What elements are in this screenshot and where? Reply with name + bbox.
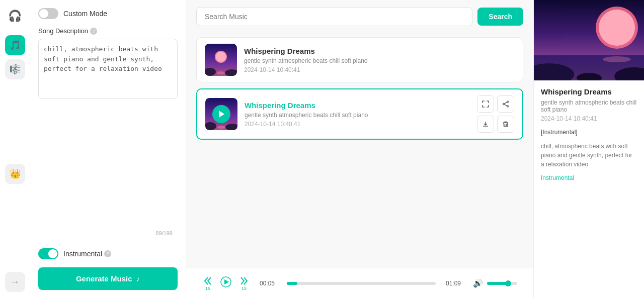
music-note-icon: ♪ — [136, 274, 140, 283]
song-description-help-icon[interactable]: ? — [90, 28, 97, 35]
track2-actions — [477, 95, 514, 133]
sidebar-item-radio[interactable]: 🎼 — [5, 59, 25, 79]
volume-knob — [505, 280, 511, 286]
search-button[interactable]: Search — [477, 8, 523, 26]
search-input[interactable] — [196, 7, 472, 26]
track2-title: Whispering Dreams — [245, 101, 470, 110]
right-panel-badge: [Instrumental] — [541, 129, 578, 136]
music-card-2[interactable]: Whispering Dreams gentle synth atmospher… — [196, 88, 523, 140]
sidebar-item-music[interactable]: 🎵 — [5, 35, 25, 55]
volume-control: 🔊 — [473, 278, 517, 288]
radio-icon: 🎼 — [10, 64, 21, 75]
expand-button[interactable] — [477, 95, 494, 113]
svg-point-9 — [217, 126, 225, 129]
right-panel: Whispering Dreams gentle synth atmospher… — [533, 0, 644, 298]
custom-mode-label: Custom Mode — [63, 10, 107, 18]
forward-label: 15 — [242, 286, 247, 291]
track2-actions-row1 — [477, 95, 514, 113]
svg-point-14 — [507, 106, 509, 107]
svg-point-13 — [507, 101, 509, 103]
volume-icon[interactable]: 🔊 — [473, 278, 483, 288]
custom-mode-toggle[interactable] — [38, 8, 58, 19]
right-panel-date: 2024-10-14 10:40:41 — [541, 115, 637, 122]
instrumental-toggle[interactable] — [38, 248, 58, 259]
track1-title: Whispering Dreams — [244, 47, 515, 55]
search-input-wrap — [196, 7, 472, 26]
music-card-1[interactable]: Whispering Dreams gentle synth atmospher… — [196, 37, 523, 82]
right-panel-cover — [534, 0, 644, 80]
svg-point-2 — [216, 52, 226, 62]
track1-date: 2024-10-14 10:40:41 — [244, 66, 515, 73]
download-button[interactable] — [477, 116, 494, 133]
right-panel-info: Whispering Dreams gentle synth atmospher… — [534, 80, 644, 189]
volume-bar[interactable] — [487, 282, 517, 285]
sidebar-item-upgrade[interactable]: 👑 — [5, 164, 25, 184]
total-time: 01:09 — [446, 280, 463, 287]
svg-line-17 — [504, 105, 507, 106]
rewind-button[interactable]: 15 — [202, 275, 213, 291]
track2-info: Whispering Dreams gentle synth atmospher… — [245, 101, 470, 128]
song-description-label: Song Description ? — [38, 27, 178, 35]
svg-point-15 — [503, 104, 505, 105]
music-icon: 🎵 — [10, 40, 21, 51]
char-count: 89/199 — [155, 230, 173, 236]
track2-tags: gentle synth atmospheric beats chill sof… — [245, 112, 470, 119]
instrumental-help-icon[interactable]: ? — [104, 250, 111, 257]
generate-music-button[interactable]: Generate Music ♪ — [38, 267, 178, 290]
progress-fill — [287, 282, 297, 285]
instrumental-label: Instrumental ? — [63, 250, 111, 258]
crown-icon: 👑 — [10, 168, 21, 179]
right-panel-description: chill, atmospheric beats with soft piano… — [541, 142, 637, 169]
share-button[interactable] — [497, 95, 514, 113]
player-controls: 15 15 — [202, 275, 250, 291]
rewind-label: 15 — [205, 286, 210, 291]
svg-point-24 — [603, 56, 631, 62]
current-time: 00:05 — [260, 280, 277, 287]
right-panel-tag-pill[interactable]: Instrumental — [541, 174, 574, 181]
right-panel-title: Whispering Dreams — [541, 87, 637, 96]
player-bar: 15 15 00:05 01:09 🔊 — [186, 268, 533, 298]
progress-bar[interactable] — [287, 282, 436, 285]
custom-mode-row: Custom Mode — [38, 8, 178, 19]
song-description-input[interactable] — [38, 39, 178, 99]
song-description-wrap: 89/199 — [38, 39, 178, 240]
play-pause-button[interactable] — [220, 276, 231, 290]
results-area: Whispering Dreams gentle synth atmospher… — [186, 33, 533, 268]
track2-actions-row2 — [477, 116, 514, 133]
svg-point-3 — [217, 71, 225, 74]
main-content: Search — [186, 0, 533, 298]
svg-line-16 — [504, 102, 507, 104]
right-panel-tags: gentle synth atmospheric beats chill sof… — [541, 99, 637, 113]
svg-marker-12 — [219, 111, 224, 118]
exit-icon: → — [11, 277, 20, 287]
svg-marker-19 — [224, 279, 229, 284]
track1-thumbnail — [205, 44, 237, 76]
delete-button[interactable] — [497, 116, 514, 133]
left-panel: Custom Mode Song Description ? 89/199 In… — [30, 0, 186, 298]
forward-button[interactable]: 15 — [238, 275, 250, 291]
instrumental-row: Instrumental ? — [38, 248, 178, 259]
track1-info: Whispering Dreams gentle synth atmospher… — [244, 47, 515, 73]
track2-date: 2024-10-14 10:40:41 — [245, 121, 470, 128]
sidebar-item-exit[interactable]: → — [5, 272, 25, 292]
play-button-overlay[interactable] — [212, 105, 230, 123]
track2-thumbnail — [205, 98, 237, 130]
logo-icon: 🎧 — [8, 10, 22, 23]
search-bar: Search — [186, 0, 533, 33]
track1-tags: gentle synth atmospheric beats chill sof… — [244, 57, 515, 64]
sidebar: 🎧 🎵 🎼 👑 → — [0, 0, 30, 298]
svg-point-22 — [599, 10, 635, 46]
sidebar-logo: 🎧 — [5, 6, 25, 26]
